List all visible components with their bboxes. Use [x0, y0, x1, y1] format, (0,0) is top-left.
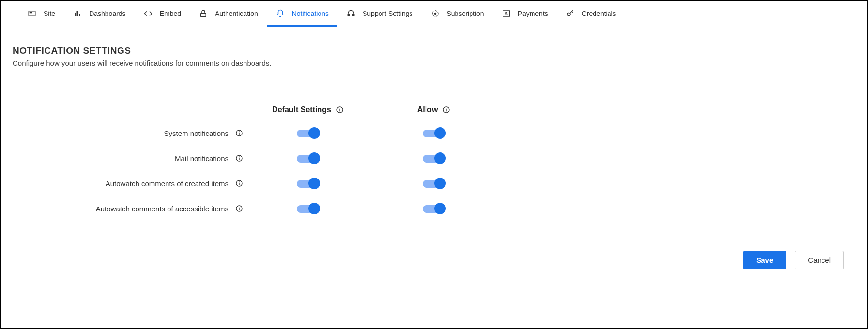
- embed-icon: [143, 9, 153, 18]
- tab-credentials[interactable]: Credentials: [557, 1, 625, 26]
- info-icon[interactable]: [235, 179, 243, 187]
- info-icon[interactable]: [336, 106, 344, 114]
- tab-label: Payments: [518, 10, 548, 17]
- info-icon[interactable]: [442, 106, 450, 114]
- toggle-cell: [371, 202, 497, 215]
- support-icon: [346, 9, 356, 18]
- settings-panel: Default Settings Allow System notificati…: [13, 92, 855, 239]
- tab-embed[interactable]: Embed: [135, 1, 190, 26]
- tab-label: Dashboards: [89, 10, 126, 17]
- section-title: NOTIFICATION SETTINGS: [13, 45, 855, 56]
- cancel-button[interactable]: Cancel: [795, 251, 844, 269]
- save-button[interactable]: Save: [743, 251, 786, 269]
- credentials-icon: [565, 9, 575, 18]
- svg-point-12: [567, 13, 570, 15]
- toggle-allow-system-notifications[interactable]: [422, 127, 446, 139]
- info-icon[interactable]: [235, 205, 243, 212]
- column-header-allow: Allow: [371, 105, 497, 114]
- section-subtitle: Configure how your users will receive no…: [13, 59, 855, 67]
- toggle-cell: [371, 152, 497, 164]
- content-area: NOTIFICATION SETTINGS Configure how your…: [1, 26, 867, 279]
- info-icon[interactable]: [235, 129, 243, 137]
- tab-label: Site: [44, 10, 55, 17]
- toggle-cell: [371, 177, 497, 190]
- tab-dashboards[interactable]: Dashboards: [64, 1, 135, 26]
- toggle-cell: [245, 177, 371, 190]
- toggle-cell: [245, 152, 371, 164]
- toggle-default-mail-notifications[interactable]: [296, 152, 320, 164]
- dashboards-icon: [73, 9, 82, 18]
- tab-subscription[interactable]: Subscription: [422, 1, 493, 26]
- info-icon[interactable]: [235, 154, 243, 162]
- top-tabs: Site Dashboards Embed Authentication Not…: [1, 1, 867, 26]
- svg-rect-5: [201, 13, 206, 17]
- tab-label: Notifications: [292, 10, 329, 17]
- tab-notifications[interactable]: Notifications: [267, 1, 337, 26]
- divider: [13, 80, 855, 80]
- tab-label: Support Settings: [363, 10, 413, 17]
- tab-label: Credentials: [582, 10, 616, 17]
- authentication-icon: [198, 9, 208, 18]
- svg-point-15: [339, 108, 340, 108]
- row-label-text: Mail notifications: [175, 154, 228, 163]
- svg-rect-2: [75, 13, 76, 16]
- column-header-label: Default Settings: [272, 105, 331, 114]
- settings-grid: Default Settings Allow System notificati…: [32, 105, 836, 215]
- toggle-cell: [245, 127, 371, 139]
- column-header-label: Allow: [417, 105, 438, 114]
- subscription-icon: [430, 9, 440, 18]
- svg-point-27: [239, 181, 239, 182]
- toggle-allow-autowatch-created[interactable]: [422, 177, 446, 190]
- tab-site[interactable]: Site: [18, 1, 64, 26]
- svg-rect-7: [353, 14, 354, 16]
- svg-point-18: [446, 108, 447, 108]
- row-label-system-notifications: System notifications: [32, 129, 245, 137]
- svg-text:$: $: [505, 11, 507, 16]
- svg-rect-6: [348, 14, 349, 16]
- svg-point-24: [239, 156, 239, 157]
- tab-support-settings[interactable]: Support Settings: [337, 1, 422, 26]
- toggle-allow-mail-notifications[interactable]: [422, 152, 446, 164]
- row-label-mail-notifications: Mail notifications: [32, 154, 245, 163]
- svg-point-9: [434, 12, 436, 15]
- toggle-allow-autowatch-accessible[interactable]: [422, 202, 446, 215]
- site-icon: [27, 9, 37, 18]
- tab-label: Authentication: [215, 10, 258, 17]
- svg-point-30: [239, 207, 239, 207]
- svg-point-21: [239, 131, 239, 132]
- tab-payments[interactable]: $ Payments: [493, 1, 557, 26]
- row-label-autowatch-accessible: Autowatch comments of accessible items: [32, 205, 245, 213]
- svg-rect-4: [79, 14, 80, 16]
- tab-label: Subscription: [447, 10, 484, 17]
- notifications-icon: [275, 9, 285, 18]
- column-header-default: Default Settings: [245, 105, 371, 114]
- svg-rect-3: [77, 11, 78, 16]
- payments-icon: $: [502, 9, 511, 18]
- row-label-text: Autowatch comments of created items: [106, 179, 228, 188]
- toggle-default-autowatch-created[interactable]: [296, 177, 320, 190]
- toggle-cell: [371, 127, 497, 139]
- row-label-text: System notifications: [164, 129, 228, 137]
- svg-rect-1: [30, 12, 32, 13]
- row-label-autowatch-created: Autowatch comments of created items: [32, 179, 245, 188]
- footer-buttons: Save Cancel: [13, 239, 855, 269]
- tab-authentication[interactable]: Authentication: [190, 1, 267, 26]
- toggle-cell: [245, 202, 371, 215]
- tab-label: Embed: [160, 10, 181, 17]
- toggle-default-autowatch-accessible[interactable]: [296, 202, 320, 215]
- toggle-default-system-notifications[interactable]: [296, 127, 320, 139]
- row-label-text: Autowatch comments of accessible items: [96, 205, 228, 213]
